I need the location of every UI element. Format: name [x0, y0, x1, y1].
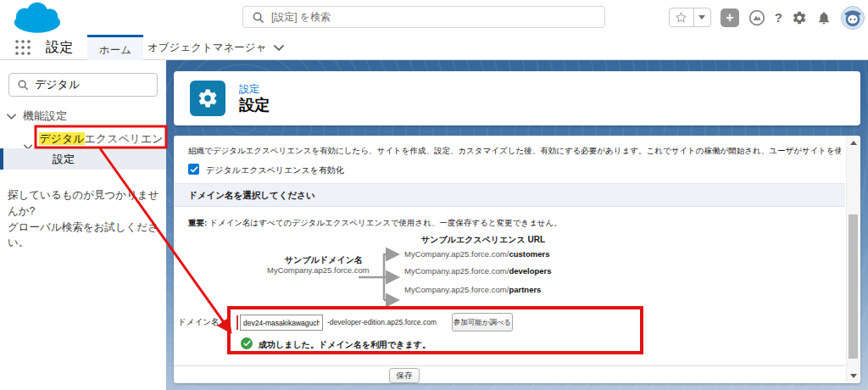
header-actions: + ? [669, 0, 865, 35]
sample-url-developers: MyCompany.ap25.force.com/developers [404, 266, 552, 276]
favorites-control [669, 8, 711, 27]
salesforce-logo[interactable] [8, 2, 66, 34]
quick-find-input[interactable] [35, 79, 149, 92]
astro-avatar-icon [842, 7, 864, 29]
star-icon [675, 11, 687, 24]
guidance-center-button[interactable] [748, 9, 765, 26]
sidebar-item-settings-selected[interactable]: 設定 [0, 148, 166, 170]
domain-section-header: ドメイン名を選択してください [174, 183, 845, 207]
page-header-card: 設定 設定 [174, 71, 860, 125]
checkbox-label: デジタルエクスペリエンスを有効化 [206, 164, 344, 176]
search-icon [17, 79, 29, 91]
plus-icon: + [726, 10, 733, 25]
guidance-center-icon [748, 9, 765, 26]
success-message: 成功しました。ドメイン名を利用できます。 [259, 339, 431, 351]
salesforce-setup-screen: + ? [0, 0, 868, 390]
bell-icon [816, 10, 832, 25]
scroll-up-arrow-icon[interactable] [850, 141, 857, 145]
enable-digital-experiences-checkbox[interactable] [188, 164, 199, 175]
sidebar-quick-find [8, 73, 158, 97]
setup-sidebar: 機能設定 デジタルエクスペリエンス 設定 探しているものが見つかりませんか? グ… [0, 60, 166, 390]
check-icon [190, 166, 198, 173]
global-header: + ? [0, 0, 868, 35]
sidebar-help-text: 探しているものが見つかりませんか? グローバル検索をお試しください。 [8, 187, 166, 251]
sidebar-item-feature-settings[interactable]: 機能設定 [7, 109, 67, 124]
global-search-input[interactable] [271, 11, 596, 23]
app-name-label: 設定 [46, 35, 74, 60]
chevron-down-icon [274, 45, 284, 51]
chevron-down-icon [7, 114, 16, 120]
section-title: ドメイン名を選択してください [188, 190, 315, 202]
avatar[interactable] [841, 6, 865, 30]
app-launcher-icon[interactable] [14, 38, 32, 57]
global-search [242, 6, 605, 28]
help-button[interactable]: ? [775, 10, 782, 25]
question-icon: ? [775, 10, 782, 25]
chevron-down-icon [698, 15, 705, 20]
tab-object-manager[interactable]: オブジェクトマネージャ [139, 35, 292, 60]
important-note: 重要:ドメイン名はすべてのデジタルエクスペリエンスで使用され、一度保存すると変更… [188, 218, 562, 229]
panel-scrollbar[interactable] [846, 136, 860, 382]
check-availability-button[interactable]: 参加可能か調べる [452, 313, 513, 332]
sample-url-header: サンプルエクスペリエンス URL [421, 234, 545, 246]
domain-branch-arrows [350, 241, 409, 309]
page-title: 設定 [239, 95, 270, 115]
domain-name-label: ドメイン名 [178, 317, 219, 328]
intro-text: 組織でデジタルエクスペリエンスを有効にしたら、サイトを作成、設定、カスタマイズし… [188, 146, 841, 157]
setup-nav-bar: 設定 ホーム オブジェクトマネージャ [0, 35, 868, 60]
check-icon [243, 340, 251, 347]
footer-divider [174, 365, 845, 366]
scroll-down-arrow-icon[interactable] [850, 374, 857, 378]
domain-name-input[interactable] [240, 315, 323, 331]
gear-icon [197, 87, 219, 109]
scrollbar-thumb[interactable] [849, 214, 858, 359]
search-icon [252, 11, 264, 24]
digital-experiences-settings-panel: 組織でデジタルエクスペリエンスを有効にしたら、サイトを作成、設定、カスタマイズし… [174, 136, 860, 383]
setup-tile [190, 81, 225, 116]
required-indicator [236, 315, 238, 330]
favorites-list-button[interactable] [693, 8, 710, 26]
success-check-icon [241, 337, 253, 349]
sample-url-customers: MyCompany.ap25.force.com/customers [404, 249, 549, 259]
search-match-highlight: デジタル [39, 132, 84, 145]
save-button[interactable]: 保存 [389, 368, 420, 383]
setup-menu-button[interactable] [792, 10, 807, 25]
tab-home[interactable]: ホーム [87, 35, 143, 60]
domain-suffix-text: -developer-edition.ap25.force.com [327, 318, 437, 326]
add-button[interactable]: + [721, 8, 739, 27]
notifications-button[interactable] [816, 10, 832, 25]
gear-icon [792, 10, 807, 25]
favorites-button[interactable] [670, 8, 693, 26]
sample-url-partners: MyCompany.ap25.force.com/partners [404, 285, 541, 294]
